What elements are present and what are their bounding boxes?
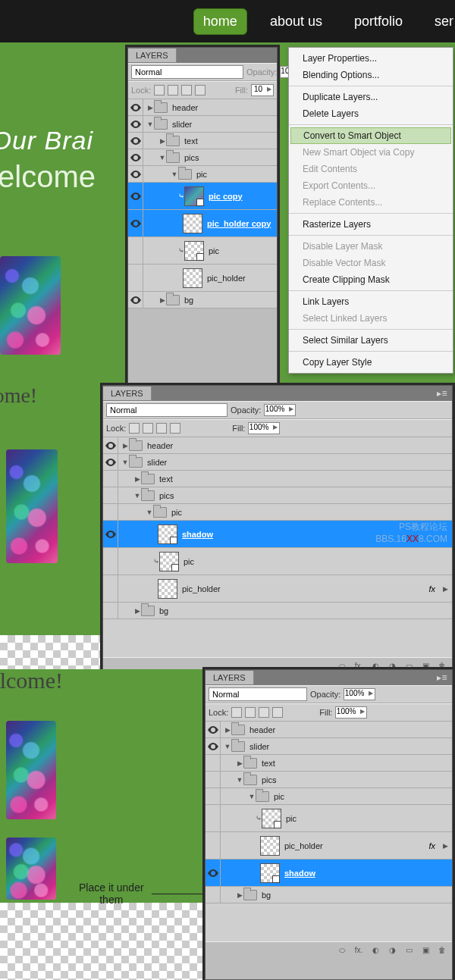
nav-home[interactable]: home (193, 8, 247, 35)
visibility-toggle[interactable] (103, 575, 118, 602)
nav-portfolio[interactable]: portfolio (345, 9, 412, 34)
group-icon[interactable]: ▭ (403, 945, 414, 956)
layer-pic-folder[interactable]: ▼pic (206, 788, 452, 805)
layer-shadow[interactable]: shadow (206, 859, 452, 887)
trash-icon[interactable]: 🗑 (437, 945, 447, 956)
fx-badge[interactable]: fx (428, 584, 441, 593)
opacity-spin[interactable]: 100% (264, 404, 296, 416)
visibility-toggle[interactable] (206, 805, 221, 831)
menu-create-clipping-mask[interactable]: Create Clipping Mask (289, 271, 453, 288)
visibility-toggle[interactable] (103, 454, 118, 470)
visibility-toggle[interactable] (103, 504, 118, 520)
fill-spin[interactable]: 10 (251, 84, 274, 96)
menu-link-layers[interactable]: Link Layers (289, 293, 453, 310)
layer-bg[interactable]: ▶bg (206, 887, 452, 903)
visibility-toggle[interactable] (206, 859, 221, 886)
layer-pic-holder[interactable]: pic_holderfx▶ (103, 575, 452, 603)
layer-pic[interactable]: ⤷pic (128, 237, 277, 265)
visibility-toggle[interactable] (128, 183, 143, 209)
layer-header[interactable]: ▶header (128, 99, 277, 116)
lock-icons[interactable] (154, 85, 206, 95)
layer-pic[interactable]: ⤷pic (206, 805, 452, 832)
visibility-toggle[interactable] (206, 832, 221, 859)
menu-select-similar[interactable]: Select Similar Layers (289, 332, 453, 349)
visibility-toggle[interactable] (103, 603, 118, 618)
layer-thumb (262, 809, 281, 828)
mask-icon[interactable]: ◐ (370, 945, 381, 956)
layer-pics[interactable]: ▼pics (128, 149, 277, 166)
visibility-toggle[interactable] (128, 99, 143, 115)
menu-blending-options[interactable]: Blending Options... (289, 67, 453, 83)
layer-slider[interactable]: ▼slider (128, 116, 277, 133)
layer-header[interactable]: ▶header (206, 722, 452, 738)
visibility-toggle[interactable] (103, 437, 118, 453)
fx-icon[interactable]: fx. (353, 945, 364, 956)
panel-menu-icon[interactable]: ▸≡ (432, 670, 452, 685)
layer-name: text (184, 136, 198, 146)
new-layer-icon[interactable]: ▣ (420, 945, 431, 956)
menu-convert-smart-object[interactable]: Convert to Smart Object (290, 127, 451, 144)
visibility-toggle[interactable] (206, 738, 221, 754)
visibility-toggle[interactable] (128, 133, 143, 149)
visibility-toggle[interactable] (128, 116, 143, 132)
layer-pic-holder-copy[interactable]: pic_holder copy (128, 210, 277, 237)
folder-icon (256, 791, 269, 802)
menu-copy-layer-style[interactable]: Copy Layer Style (289, 354, 453, 371)
nav-about[interactable]: about us (261, 9, 331, 34)
lock-icons[interactable] (129, 423, 180, 434)
menu-rasterize-layers[interactable]: Rasterize Layers (289, 216, 453, 233)
menu-layer-properties[interactable]: Layer Properties... (289, 50, 453, 67)
blend-mode-select[interactable] (106, 403, 228, 417)
layer-pic[interactable]: ⤷pic (103, 548, 452, 575)
layer-pic-folder[interactable]: ▼pic (128, 166, 277, 183)
layer-bg[interactable]: ▶bg (128, 292, 277, 308)
visibility-toggle[interactable] (128, 210, 143, 236)
visibility-toggle[interactable] (206, 772, 221, 787)
menu-delete-layers[interactable]: Delete Layers (289, 105, 453, 122)
layer-pic-folder[interactable]: ▼pic (103, 504, 452, 521)
lock-icons[interactable] (231, 707, 283, 718)
link-icon[interactable]: ⬭ (337, 945, 347, 956)
layer-pics[interactable]: ▼pics (103, 487, 452, 504)
layer-text[interactable]: ▶text (103, 471, 452, 487)
visibility-toggle[interactable] (206, 755, 221, 771)
visibility-toggle[interactable] (103, 521, 118, 547)
blend-mode-select[interactable] (131, 65, 243, 79)
adjustment-icon[interactable]: ◑ (387, 945, 397, 956)
fx-badge[interactable]: fx (428, 841, 441, 850)
layer-text[interactable]: ▶text (206, 755, 452, 772)
layers-tab[interactable]: LAYERS (206, 671, 254, 684)
visibility-toggle[interactable] (206, 722, 221, 737)
visibility-toggle[interactable] (128, 166, 143, 182)
layer-slider[interactable]: ▼slider (206, 738, 452, 755)
visibility-toggle[interactable] (103, 471, 118, 487)
nav-services[interactable]: ser (425, 9, 455, 34)
layer-pics[interactable]: ▼pics (206, 772, 452, 788)
layers-tab[interactable]: LAYERS (103, 387, 152, 400)
layer-bg[interactable]: ▶bg (103, 603, 452, 619)
layer-header[interactable]: ▶header (103, 437, 452, 454)
visibility-toggle[interactable] (128, 265, 143, 291)
layer-shadow[interactable]: shadow (103, 521, 452, 548)
opacity-spin[interactable]: 100% (344, 688, 375, 700)
layer-pic-holder[interactable]: pic_holder (128, 265, 277, 292)
menu-select-linked: Select Linked Layers (289, 310, 453, 327)
layer-pic-copy[interactable]: ⤷pic copy (128, 183, 277, 210)
visibility-toggle[interactable] (103, 548, 118, 575)
visibility-toggle[interactable] (128, 237, 143, 264)
fill-spin[interactable]: 100% (335, 706, 367, 719)
visibility-toggle[interactable] (103, 487, 118, 503)
fill-spin[interactable]: 100% (248, 422, 280, 434)
visibility-toggle[interactable] (206, 887, 221, 903)
layer-text[interactable]: ▶text (128, 133, 277, 149)
menu-duplicate-layers[interactable]: Duplicate Layers... (289, 89, 453, 105)
menu-replace-contents: Replace Contents... (289, 194, 453, 211)
visibility-toggle[interactable] (128, 149, 143, 165)
blend-mode-select[interactable] (209, 687, 307, 701)
visibility-toggle[interactable] (128, 292, 143, 308)
layers-tab[interactable]: LAYERS (128, 49, 177, 62)
visibility-toggle[interactable] (206, 788, 221, 804)
panel-menu-icon[interactable]: ▸≡ (432, 386, 452, 401)
layer-pic-holder[interactable]: pic_holderfx▶ (206, 832, 452, 859)
layer-slider[interactable]: ▼slider (103, 454, 452, 471)
